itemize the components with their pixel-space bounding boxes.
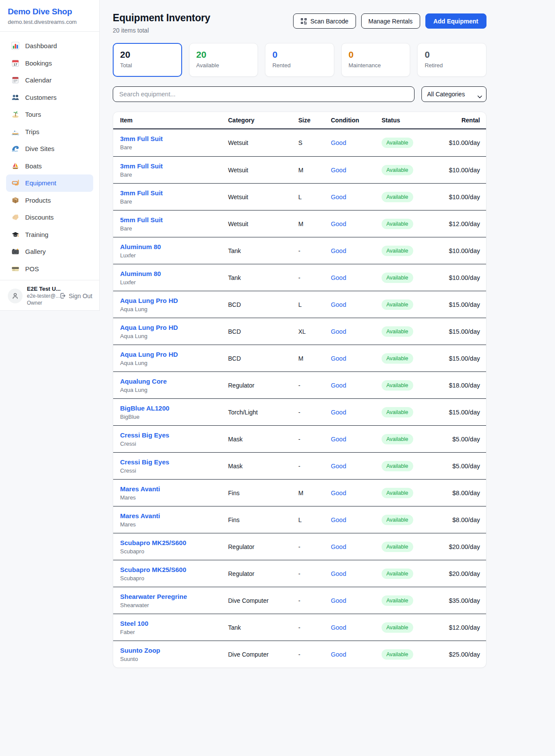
sidebar-item-products[interactable]: Products [6, 192, 93, 209]
table-row: Shearwater PeregrineShearwaterDive Compu… [113, 587, 486, 614]
item-cell: Cressi Big EyesCressi [120, 431, 228, 447]
item-name-link[interactable]: Steel 100 [120, 620, 228, 627]
sidebar-item-bookings[interactable]: 17Bookings [6, 55, 93, 72]
table-row: Aluminum 80LuxferTank-GoodAvailable$10.0… [113, 237, 486, 264]
sidebar-item-discounts[interactable]: Discounts [6, 209, 93, 226]
item-brand: Suunto [120, 656, 228, 662]
condition-link[interactable]: Good [331, 516, 382, 523]
rental-cell: $35.00/day [432, 597, 480, 604]
condition-link[interactable]: Good [331, 328, 382, 335]
stat-card-rented[interactable]: 0Rented [265, 43, 334, 77]
sidebar-item-pos[interactable]: POS [6, 260, 93, 278]
stat-card-available[interactable]: 20Available [189, 43, 258, 77]
condition-link[interactable]: Good [331, 543, 382, 550]
item-cell: Aqua Lung Pro HDAqua Lung [120, 297, 228, 312]
rental-cell: $20.00/day [432, 543, 480, 550]
column-header-status: Status [382, 117, 432, 124]
status-cell: Available [382, 246, 432, 256]
category-cell: Wetsuit [228, 194, 298, 201]
status-badge: Available [382, 461, 413, 471]
item-name-link[interactable]: 3mm Full Suit [120, 135, 228, 142]
item-cell: Mares AvantiMares [120, 512, 228, 528]
calendar-pad-icon [11, 76, 20, 84]
item-name-link[interactable]: 3mm Full Suit [120, 162, 228, 170]
condition-link[interactable]: Good [331, 274, 382, 281]
sidebar-item-equipment[interactable]: Equipment [6, 174, 93, 192]
sidebar-item-boats[interactable]: Boats [6, 158, 93, 175]
sign-out-button[interactable]: Sign Out [59, 292, 92, 299]
condition-link[interactable]: Good [331, 436, 382, 443]
condition-link[interactable]: Good [331, 139, 382, 146]
condition-link[interactable]: Good [331, 194, 382, 201]
condition-link[interactable]: Good [331, 220, 382, 227]
condition-link[interactable]: Good [331, 355, 382, 362]
item-name-link[interactable]: BigBlue AL1200 [120, 404, 228, 412]
item-name-link[interactable]: Aluminum 80 [120, 270, 228, 277]
item-name-link[interactable]: Mares Avanti [120, 485, 228, 493]
stat-card-maintenance[interactable]: 0Maintenance [341, 43, 411, 77]
item-name-link[interactable]: Aqualung Core [120, 378, 228, 385]
sidebar-item-training[interactable]: Training [6, 226, 93, 243]
item-name-link[interactable]: Aqua Lung Pro HD [120, 351, 228, 358]
status-cell: Available [382, 380, 432, 391]
condition-link[interactable]: Good [331, 490, 382, 496]
stat-card-total[interactable]: 20Total [113, 43, 182, 77]
table-row: Aqua Lung Pro HDAqua LungBCDLGoodAvailab… [113, 291, 486, 318]
condition-link[interactable]: Good [331, 382, 382, 389]
condition-link[interactable]: Good [331, 247, 382, 254]
item-brand: Aqua Lung [120, 387, 228, 393]
condition-link[interactable]: Good [331, 651, 382, 658]
condition-link[interactable]: Good [331, 301, 382, 308]
stat-card-retired[interactable]: 0Retired [417, 43, 486, 77]
category-cell: Fins [228, 490, 298, 496]
item-name-link[interactable]: Mares Avanti [120, 512, 228, 519]
sidebar-item-calendar[interactable]: Calendar [6, 72, 93, 89]
category-select[interactable]: All Categories [421, 86, 486, 102]
item-cell: Suunto ZoopSuunto [120, 647, 228, 662]
item-name-link[interactable]: Cressi Big Eyes [120, 431, 228, 439]
item-name-link[interactable]: 3mm Full Suit [120, 189, 228, 197]
item-name-link[interactable]: Aqua Lung Pro HD [120, 324, 228, 331]
sidebar-item-label: Products [25, 197, 51, 204]
item-name-link[interactable]: Aqua Lung Pro HD [120, 297, 228, 304]
item-name-link[interactable]: Aluminum 80 [120, 243, 228, 250]
condition-link[interactable]: Good [331, 463, 382, 470]
island-icon [11, 110, 20, 118]
sidebar-item-gallery[interactable]: Gallery [6, 243, 93, 260]
search-input[interactable] [113, 86, 415, 102]
category-select-wrap: All Categories [421, 86, 486, 102]
sidebar-item-label: Trips [25, 128, 39, 135]
add-equipment-button[interactable]: Add Equipment [425, 13, 486, 29]
sidebar-item-label: Calendar [25, 76, 52, 84]
item-name-link[interactable]: Shearwater Peregrine [120, 593, 228, 600]
item-brand: Bare [120, 198, 228, 205]
category-cell: Wetsuit [228, 139, 298, 146]
item-name-link[interactable]: Scubapro MK25/S600 [120, 566, 228, 573]
condition-link[interactable]: Good [331, 570, 382, 577]
condition-link[interactable]: Good [331, 409, 382, 416]
brand-name[interactable]: Demo Dive Shop [8, 7, 91, 16]
condition-link[interactable]: Good [331, 624, 382, 631]
manage-rentals-button[interactable]: Manage Rentals [361, 13, 420, 29]
scan-barcode-button[interactable]: Scan Barcode [293, 13, 356, 29]
sidebar-item-dive-sites[interactable]: Dive Sites [6, 140, 93, 158]
item-name-link[interactable]: 5mm Full Suit [120, 216, 228, 224]
item-name-link[interactable]: Cressi Big Eyes [120, 458, 228, 466]
status-badge: Available [382, 165, 413, 175]
sidebar-item-label: Customers [25, 94, 57, 101]
condition-link[interactable]: Good [331, 167, 382, 174]
sidebar-item-dashboard[interactable]: Dashboard [6, 37, 93, 55]
sidebar-item-customers[interactable]: Customers [6, 89, 93, 106]
sidebar-item-tours[interactable]: Tours [6, 106, 93, 123]
size-cell: M [298, 220, 331, 227]
rental-cell: $25.00/day [432, 651, 480, 658]
item-cell: Aluminum 80Luxfer [120, 270, 228, 286]
item-name-link[interactable]: Suunto Zoop [120, 647, 228, 654]
status-cell: Available [382, 138, 432, 148]
condition-link[interactable]: Good [331, 597, 382, 604]
sidebar-item-trips[interactable]: Trips [6, 123, 93, 141]
brand-domain: demo.test.divestreams.com [8, 19, 91, 25]
rental-cell: $12.00/day [432, 624, 480, 631]
item-name-link[interactable]: Scubapro MK25/S600 [120, 539, 228, 546]
user-info: E2E Test U... e2e-tester@... Owner [27, 286, 59, 306]
